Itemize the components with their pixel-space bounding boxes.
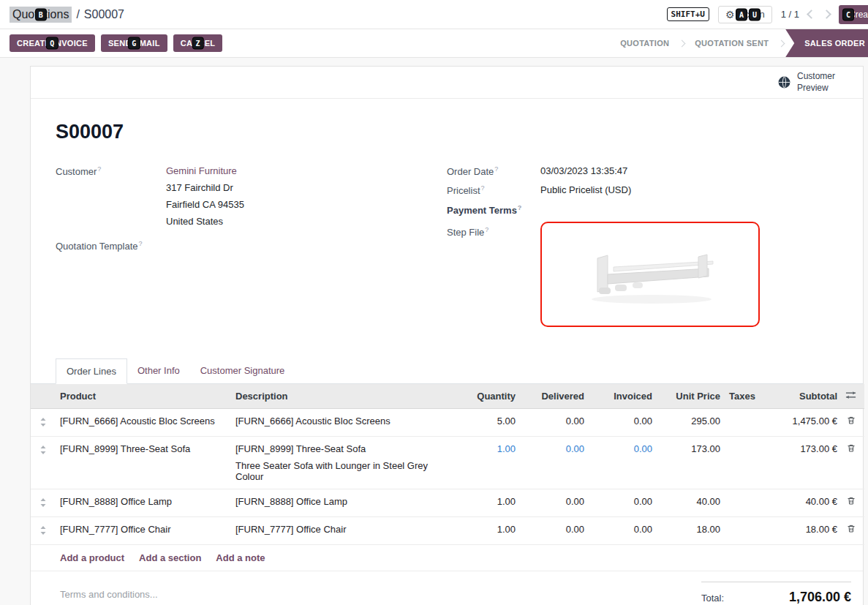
description-cell[interactable]: [FURN_6666] Acoustic Bloc Screens	[231, 408, 458, 436]
unit-price-cell[interactable]: 173.00	[657, 436, 725, 489]
control-bar: CREATE INVOICE Q SEND EMAIL G CANCEL Z Q…	[0, 29, 868, 58]
cancel-button[interactable]: CANCEL Z	[173, 34, 223, 52]
breadcrumb-current: S00007	[84, 8, 124, 21]
description-column-header[interactable]: Description	[231, 384, 458, 409]
add-product-link[interactable]: Add a product	[60, 552, 124, 563]
order-lines-table: Product Description Quantity Delivered I…	[31, 384, 864, 545]
pager-previous-icon[interactable]	[807, 10, 816, 19]
subtotal-column-header[interactable]: Subtotal	[760, 384, 842, 409]
tab-order-lines[interactable]: Order Lines	[56, 358, 127, 384]
trash-icon	[847, 416, 856, 425]
terms-and-conditions-placeholder[interactable]: Terms and conditions...	[60, 589, 158, 605]
delivered-cell[interactable]: 0.00	[520, 436, 589, 489]
field-quotation-template: Quotation Template?	[56, 240, 447, 252]
taxes-cell[interactable]	[725, 489, 760, 516]
quantity-cell[interactable]: 1.00	[458, 489, 520, 516]
pricelist-field-value[interactable]: Public Pricelist (USD)	[540, 184, 631, 196]
delete-row-button[interactable]	[842, 436, 864, 489]
unit-price-column-header[interactable]: Unit Price	[657, 384, 725, 409]
unit-price-cell[interactable]: 18.00	[657, 516, 725, 544]
taxes-column-header[interactable]: Taxes	[725, 384, 760, 409]
taxes-cell[interactable]	[725, 408, 760, 436]
breadcrumb: Quotations B / S00007	[10, 7, 124, 23]
subtotal-cell: 173.00 €	[760, 436, 842, 489]
field-payment-terms: Payment Terms?	[447, 204, 838, 216]
invoiced-cell[interactable]: 0.00	[589, 516, 657, 544]
product-column-header[interactable]: Product	[56, 384, 231, 409]
field-pricelist: Pricelist? Public Pricelist (USD)	[447, 184, 838, 196]
subtotal-cell: 40.00 €	[760, 489, 842, 516]
stage-sales-order[interactable]: SALES ORDER	[785, 29, 868, 57]
drag-handle[interactable]	[31, 408, 56, 436]
delivered-column-header[interactable]: Delivered	[520, 384, 589, 409]
gear-icon: ⚙	[725, 9, 735, 20]
create-invoice-button[interactable]: CREATE INVOICE Q	[10, 34, 95, 52]
kbd-hint-action-a: A	[736, 9, 747, 20]
customer-address: 317 Fairchild Dr Fairfield CA 94535 Unit…	[166, 182, 244, 227]
table-row: [FURN_7777] Office Chair [FURN_7777] Off…	[31, 516, 864, 544]
trash-icon	[847, 443, 856, 453]
delivered-cell[interactable]: 0.00	[520, 489, 589, 516]
status-pipeline: QUOTATION QUOTATION SENT SALES ORDER	[611, 29, 868, 57]
drag-handle[interactable]	[31, 489, 56, 516]
address-line: United States	[166, 216, 244, 227]
taxes-cell[interactable]	[725, 516, 760, 544]
step-file-image[interactable]	[540, 222, 760, 327]
breadcrumb-parent-link[interactable]: Quotations B	[10, 7, 72, 23]
tab-customer-signature[interactable]: Customer Signature	[190, 358, 295, 384]
description-cell[interactable]: [FURN_7777] Office Chair	[231, 516, 458, 544]
sheet-toolbar: Customer Preview	[31, 67, 863, 99]
invoiced-column-header[interactable]: Invoiced	[589, 384, 657, 409]
field-customer: Customer? Gemini Furniture 317 Fairchild…	[56, 165, 447, 227]
chevron-right-icon	[679, 40, 686, 47]
field-group-left: Customer? Gemini Furniture 317 Fairchild…	[56, 165, 447, 334]
delete-row-button[interactable]	[842, 516, 864, 544]
delete-row-button[interactable]	[842, 408, 864, 436]
unit-price-cell[interactable]: 295.00	[657, 408, 725, 436]
invoiced-cell[interactable]: 0.00	[589, 489, 657, 516]
quantity-cell[interactable]: 5.00	[458, 408, 520, 436]
description-cell[interactable]: [FURN_8999] Three-Seat Sofa Three Seater…	[231, 436, 458, 489]
main-content: Customer Preview S00007 Customer? Gemini…	[0, 58, 868, 605]
customer-preview-button[interactable]: Customer Preview	[777, 71, 835, 94]
send-email-button[interactable]: SEND EMAIL G	[101, 34, 167, 52]
customer-link[interactable]: Gemini Furniture	[166, 165, 237, 176]
pager-next-icon[interactable]	[822, 10, 831, 19]
product-cell[interactable]: [FURN_7777] Office Chair	[56, 516, 231, 544]
kbd-hint-action-u: U	[750, 9, 760, 20]
product-cell[interactable]: [FURN_6666] Acoustic Bloc Screens	[56, 408, 231, 436]
tab-other-info[interactable]: Other Info	[127, 358, 190, 384]
help-icon: ?	[481, 184, 485, 192]
add-note-link[interactable]: Add a note	[216, 552, 265, 563]
add-section-link[interactable]: Add a section	[139, 552, 201, 563]
drag-handle-icon	[39, 417, 47, 427]
create-button[interactable]: C Create	[839, 5, 868, 24]
delete-row-button[interactable]	[842, 489, 864, 516]
unit-price-cell[interactable]: 40.00	[657, 489, 725, 516]
total-label: Total:	[701, 593, 724, 604]
kbd-hint-cancel: Z	[192, 38, 203, 49]
invoiced-cell[interactable]: 0.00	[589, 436, 657, 489]
quantity-column-header[interactable]: Quantity	[458, 384, 520, 409]
drag-handle[interactable]	[31, 436, 56, 489]
order-date-field-value[interactable]: 03/03/2023 13:35:47	[540, 165, 627, 177]
action-menu-button[interactable]: ⚙ Action A U	[718, 6, 772, 23]
product-cell[interactable]: [FURN_8888] Office Lamp	[56, 489, 231, 516]
field-step-file: Step File?	[447, 226, 838, 327]
handle-column-header	[31, 384, 56, 409]
delivered-cell[interactable]: 0.00	[520, 408, 589, 436]
product-cell[interactable]: [FURN_8999] Three-Seat Sofa	[56, 436, 231, 489]
invoiced-cell[interactable]: 0.00	[589, 408, 657, 436]
drag-handle[interactable]	[31, 516, 56, 544]
description-cell[interactable]: [FURN_8888] Office Lamp	[231, 489, 458, 516]
stage-quotation[interactable]: QUOTATION	[611, 29, 678, 57]
breadcrumb-separator: /	[76, 8, 79, 21]
pager-value: 1 / 1	[781, 9, 799, 20]
stage-quotation-sent[interactable]: QUOTATION SENT	[686, 29, 777, 57]
optional-columns-header[interactable]	[842, 384, 864, 409]
kbd-hint-create: C	[843, 9, 853, 20]
quantity-cell[interactable]: 1.00	[458, 516, 520, 544]
taxes-cell[interactable]	[725, 436, 760, 489]
delivered-cell[interactable]: 0.00	[520, 516, 589, 544]
quantity-cell[interactable]: 1.00	[458, 436, 520, 489]
